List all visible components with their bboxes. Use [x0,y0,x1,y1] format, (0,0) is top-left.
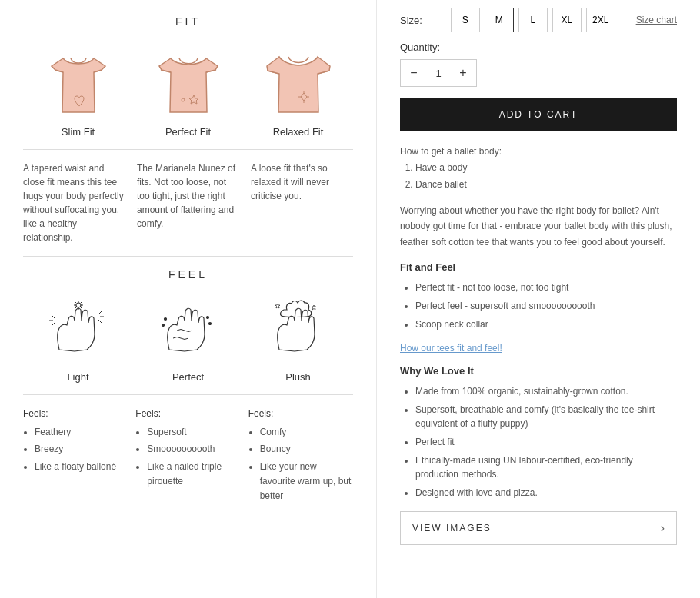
list-item: Supersoft [147,425,240,440]
list-item: Perfect feel - supersoft and smooooooooo… [415,299,677,313]
light-feels-label: Feels: [23,407,128,421]
size-chart-link[interactable]: Size chart [636,15,677,25]
fit-title: FIT [23,15,353,28]
size-btn-l[interactable]: L [518,8,548,32]
how-tees-fit-link[interactable]: How our tees fit and feel! [400,343,677,354]
svg-point-13 [162,324,164,327]
quantity-control: − 1 + [400,59,477,87]
feel-item-light: Light [25,296,132,383]
list-item: Perfect fit - not too loose, not too tig… [415,281,677,294]
size-btn-s[interactable]: S [451,8,480,32]
section-divider [23,256,353,257]
fit-descriptions: A tapered waist and close fit means this… [23,161,353,244]
perfect-feels-list: Supersoft Smoooooooooth Like a nailed tr… [135,425,240,489]
perfect-feel-label: Perfect [172,371,204,383]
size-row: Size: S M L XL 2XL Size chart [400,8,677,32]
svg-line-8 [98,311,102,314]
view-images-row[interactable]: VIEW IMAGES › [400,511,677,545]
how-to-title: How to get a ballet body: [400,146,677,157]
feel-title: FEEL [23,268,353,281]
slim-fit-icon [44,43,113,120]
relaxed-fit-label: Relaxed Fit [273,126,324,138]
size-btn-m[interactable]: M [485,8,514,32]
list-item: Like your new favourite warm up, but bet… [260,460,353,504]
light-hand-icon [44,296,113,365]
feel-descriptions: Feels: Feathery Breezy Like a floaty bal… [23,407,353,506]
quantity-row: Quantity: − 1 + [400,42,677,87]
plush-feels-label: Feels: [248,407,353,421]
list-item: Breezy [35,442,128,457]
perfect-hand-icon [154,296,223,365]
size-btn-xl[interactable]: XL [552,8,582,32]
list-item: Bouncy [260,442,353,457]
how-to-list: Have a body Dance ballet [400,161,677,191]
add-to-cart-button[interactable]: ADD TO CART [400,98,677,131]
fit-feel-list: Perfect fit - not too loose, not too tig… [400,281,677,331]
plush-feel-label: Plush [285,371,311,383]
size-btn-2xl[interactable]: 2XL [586,8,615,32]
list-item: Have a body [415,161,677,174]
light-feels-list: Feathery Breezy Like a floaty balloné [23,425,128,474]
slim-fit-desc: A tapered waist and close fit means this… [23,161,125,244]
list-item: Supersoft, breathable and comfy (it's ba… [415,403,677,430]
list-item: Like a nailed triple pirouette [147,460,240,489]
list-item: Comfy [260,425,353,440]
quantity-label: Quantity: [400,42,677,53]
fit-feel-heading: Fit and Feel [400,261,677,273]
list-item: Designed with love and pizza. [415,486,677,500]
feel-section: FEEL [23,268,353,506]
list-item: Smoooooooooth [147,442,240,457]
svg-line-7 [52,323,55,326]
fit-item-slim: Slim Fit [25,43,132,138]
size-label: Size: [400,15,422,26]
list-item: Ethically-made using UN labour-certified… [415,453,677,481]
quantity-decrease-button[interactable]: − [401,60,427,86]
chevron-right-icon: › [661,521,665,535]
relaxed-fit-desc: A loose fit that's so relaxed it will ne… [251,161,353,244]
feel-item-plush: Plush [245,296,352,383]
light-feel-desc: Feels: Feathery Breezy Like a floaty bal… [23,407,128,506]
quantity-value: 1 [427,68,450,79]
list-item: Made from 100% organic, sustainably-grow… [415,384,677,398]
list-item: Scoop neck collar [415,317,677,331]
size-buttons: S M L XL 2XL [451,8,615,32]
left-panel: FIT [0,0,377,598]
right-panel: Size: S M L XL 2XL Size chart Quantity: … [377,0,700,598]
plush-hand-icon [264,296,333,365]
fit-item-perfect: Perfect Fit [135,43,242,138]
plush-feel-desc: Feels: Comfy Bouncy Like your new favour… [248,407,353,506]
how-to-section: How to get a ballet body: Have a body Da… [400,146,677,191]
product-description: Worrying about whether you have the righ… [400,203,677,250]
light-feel-label: Light [67,371,88,383]
relaxed-fit-icon [264,43,333,120]
view-images-label: VIEW IMAGES [412,523,492,533]
svg-point-12 [164,318,166,321]
quantity-increase-button[interactable]: + [450,60,476,86]
fit-divider [23,149,353,150]
list-item: Perfect fit [415,435,677,449]
fit-icons-row: Slim Fit [23,43,353,138]
feel-divider [23,394,353,395]
feel-icons-row: Light [23,296,353,383]
perfect-feels-label: Feels: [135,407,240,421]
fit-item-relaxed: Relaxed Fit [245,43,352,138]
fit-section: FIT [23,15,353,244]
perfect-fit-desc: The Marianela Nunez of fits. Not too loo… [137,161,239,244]
perfect-fit-icon [154,43,223,120]
svg-point-15 [208,323,211,325]
svg-point-14 [206,317,208,319]
slim-fit-label: Slim Fit [62,126,95,138]
perfect-feel-desc: Feels: Supersoft Smoooooooooth Like a na… [135,407,240,506]
svg-line-5 [52,315,55,318]
list-item: Feathery [35,425,128,440]
why-we-love-heading: Why We Love It [400,365,677,377]
svg-point-11 [76,303,81,307]
list-item: Dance ballet [415,178,677,191]
why-list: Made from 100% organic, sustainably-grow… [400,384,677,500]
plush-feels-list: Comfy Bouncy Like your new favourite war… [248,425,353,503]
feel-item-perfect: Perfect [135,296,242,383]
list-item: Like a floaty balloné [35,460,128,474]
svg-line-10 [98,320,102,323]
perfect-fit-label: Perfect Fit [165,126,211,138]
